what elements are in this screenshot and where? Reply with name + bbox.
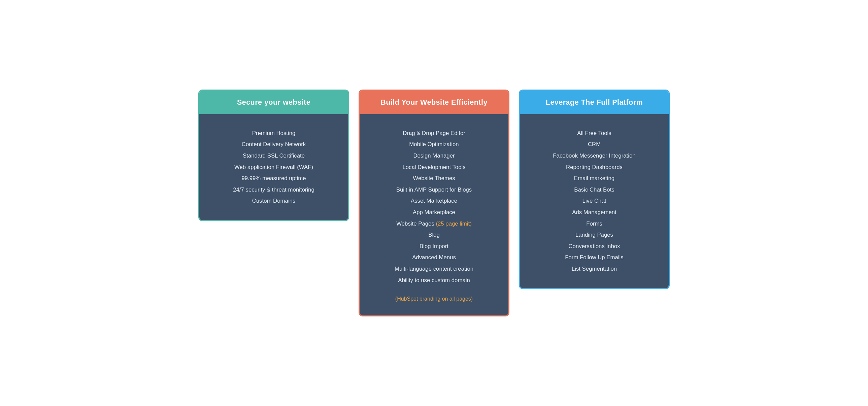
list-item: Ability to use custom domain xyxy=(370,275,498,286)
list-item: 99.99% measured uptime xyxy=(210,173,338,184)
list-item: Multi-language content creation xyxy=(370,263,498,275)
page-limit-note: (25 page limit) xyxy=(436,220,471,227)
list-item: Premium Hosting xyxy=(210,128,338,139)
card-build-list: Drag & Drop Page Editor Mobile Optimizat… xyxy=(370,128,498,286)
list-item: Conversations Inbox xyxy=(530,241,658,252)
list-item: Local Development Tools xyxy=(370,162,498,173)
list-item: Web application Firewall (WAF) xyxy=(210,162,338,173)
card-build-body: Drag & Drop Page Editor Mobile Optimizat… xyxy=(360,114,508,315)
card-leverage-body: All Free Tools CRM Facebook Messenger In… xyxy=(520,114,669,288)
list-item: Asset Marketplace xyxy=(370,195,498,207)
list-item: Custom Domains xyxy=(210,195,338,207)
list-item: Live Chat xyxy=(530,195,658,207)
card-build-title: Build Your Website Efficiently xyxy=(366,98,502,107)
card-secure: Secure your website Premium Hosting Cont… xyxy=(198,90,349,221)
list-item: Form Follow Up Emails xyxy=(530,252,658,263)
list-item: 24/7 security & threat monitoring xyxy=(210,184,338,196)
card-leverage-header: Leverage The Full Platform xyxy=(520,91,669,114)
list-item: Built in AMP Support for Blogs xyxy=(370,184,498,196)
list-item: Design Manager xyxy=(370,150,498,162)
hubspot-branding-note: (HubSpot branding on all pages) xyxy=(370,296,498,302)
list-item: Blog Import xyxy=(370,241,498,252)
card-build: Build Your Website Efficiently Drag & Dr… xyxy=(359,90,509,316)
card-leverage-list: All Free Tools CRM Facebook Messenger In… xyxy=(530,128,658,275)
list-item: Forms xyxy=(530,218,658,229)
list-item-website-pages: Website Pages (25 page limit) xyxy=(370,218,498,229)
list-item: App Marketplace xyxy=(370,207,498,218)
list-item: Ads Management xyxy=(530,207,658,218)
list-item: Blog xyxy=(370,229,498,241)
list-item: Basic Chat Bots xyxy=(530,184,658,196)
list-item: CRM xyxy=(530,139,658,150)
card-build-header: Build Your Website Efficiently xyxy=(360,91,508,114)
list-item: Website Themes xyxy=(370,173,498,184)
list-item: All Free Tools xyxy=(530,128,658,139)
list-item: Email marketing xyxy=(530,173,658,184)
list-item: Mobile Optimization xyxy=(370,139,498,150)
list-item: Reporting Dashboards xyxy=(530,162,658,173)
card-secure-title: Secure your website xyxy=(206,98,341,107)
list-item: Content Delivery Network xyxy=(210,139,338,150)
card-secure-list: Premium Hosting Content Delivery Network… xyxy=(210,128,338,207)
list-item: Facebook Messenger Integration xyxy=(530,150,658,162)
card-leverage-title: Leverage The Full Platform xyxy=(527,98,662,107)
card-leverage: Leverage The Full Platform All Free Tool… xyxy=(519,90,670,289)
list-item: Standard SSL Certificate xyxy=(210,150,338,162)
list-item: Landing Pages xyxy=(530,229,658,241)
card-secure-header: Secure your website xyxy=(199,91,348,114)
website-pages-label: Website Pages xyxy=(396,220,434,227)
list-item: Drag & Drop Page Editor xyxy=(370,128,498,139)
list-item: List Segmentation xyxy=(530,263,658,275)
list-item: Advanced Menus xyxy=(370,252,498,263)
cards-container: Secure your website Premium Hosting Cont… xyxy=(198,90,670,316)
card-secure-body: Premium Hosting Content Delivery Network… xyxy=(199,114,348,220)
